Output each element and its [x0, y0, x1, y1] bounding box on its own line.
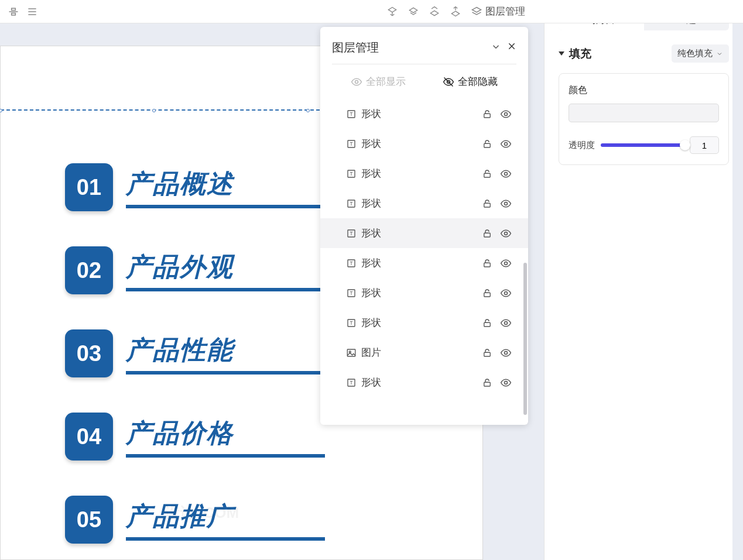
eye-icon[interactable] [500, 347, 512, 359]
lock-icon[interactable] [481, 228, 493, 239]
scrollbar-thumb[interactable] [523, 263, 527, 415]
layer-panel: 图层管理 全部显示 全部隐藏 T形状T形状T形状T形状T形状T形状T形状T形状图… [320, 27, 528, 425]
svg-rect-0 [12, 8, 16, 10]
lock-icon[interactable] [481, 168, 493, 180]
svg-point-15 [355, 80, 358, 83]
toc-item[interactable]: 02 产品外观 [65, 246, 325, 294]
layer-row-actions [481, 287, 512, 299]
lock-icon[interactable] [481, 257, 493, 269]
layer-row[interactable]: T形状 [320, 367, 528, 397]
eye-icon[interactable] [500, 257, 512, 269]
collapse-icon[interactable] [491, 42, 501, 54]
layer-row-left: T形状 [346, 137, 381, 150]
layer-row-left: T形状 [346, 316, 381, 329]
opacity-input[interactable]: 1 [690, 136, 719, 154]
layer-row[interactable]: T形状 [320, 218, 528, 248]
svg-rect-44 [484, 293, 491, 297]
layer-row-actions [481, 228, 512, 239]
toc-title: 产品外观 [126, 250, 325, 284]
layer-label: 形状 [361, 226, 381, 240]
slider-thumb[interactable] [680, 140, 690, 150]
layer-label: 形状 [361, 286, 381, 300]
eye-icon[interactable] [500, 377, 512, 389]
send-backward-icon[interactable] [428, 5, 441, 18]
opacity-slider[interactable] [601, 143, 684, 147]
svg-rect-50 [347, 349, 355, 356]
slide-toc-list: 01 产品概述 02 产品外观 03 产品性能 [65, 163, 325, 544]
layer-row[interactable]: T形状 [320, 159, 528, 188]
toc-item[interactable]: 04 产品价格 [65, 413, 325, 461]
eye-icon[interactable] [500, 138, 512, 150]
layer-label: 形状 [361, 316, 381, 329]
layer-row[interactable]: 图片 [320, 338, 528, 367]
hide-all-label: 全部隐藏 [458, 75, 498, 88]
show-all-button[interactable]: 全部显示 [351, 75, 406, 88]
lock-icon[interactable] [481, 317, 493, 329]
toc-underline [126, 371, 325, 375]
lock-icon[interactable] [481, 198, 493, 209]
toc-underline [126, 537, 325, 541]
svg-rect-36 [484, 233, 491, 237]
lock-icon[interactable] [481, 347, 493, 359]
layer-row[interactable]: T形状 [320, 129, 528, 159]
layer-row-left: 图片 [346, 346, 381, 359]
svg-point-29 [505, 172, 508, 175]
layer-label: 形状 [361, 167, 381, 180]
lock-icon[interactable] [481, 377, 493, 389]
opacity-label: 透明度 [569, 140, 595, 151]
distribute-h-icon[interactable] [26, 5, 39, 18]
toc-underline [126, 205, 325, 208]
svg-text:T: T [350, 291, 352, 296]
layer-label: 形状 [361, 376, 381, 389]
layer-row[interactable]: T形状 [320, 99, 528, 129]
eye-icon[interactable] [500, 168, 512, 180]
selection-handle[interactable] [0, 109, 2, 112]
selection-handle[interactable] [306, 109, 310, 112]
svg-rect-20 [484, 114, 491, 118]
layer-row-actions [481, 377, 512, 389]
toc-title: 产品推广 [126, 499, 325, 534]
hide-all-button[interactable]: 全部隐藏 [443, 75, 498, 88]
selection-guide-line [1, 109, 320, 111]
svg-point-57 [505, 381, 508, 384]
bring-to-front-icon[interactable] [386, 5, 399, 18]
lock-icon[interactable] [481, 287, 493, 299]
toc-number: 04 [65, 413, 113, 461]
layer-management-button[interactable]: 图层管理 [470, 5, 525, 18]
send-to-back-icon[interactable] [449, 5, 462, 18]
layer-row[interactable]: T形状 [320, 278, 528, 308]
toc-item[interactable]: 03 产品性能 [65, 329, 325, 377]
distribute-v-icon[interactable] [7, 5, 20, 18]
layer-row-actions [481, 168, 512, 180]
eye-icon[interactable] [500, 228, 512, 239]
eye-icon[interactable] [500, 287, 512, 299]
fill-type-dropdown[interactable]: 纯色填充 [672, 44, 729, 63]
layer-row-actions [481, 257, 512, 269]
shape-icon: T [346, 377, 357, 388]
lock-icon[interactable] [481, 108, 493, 120]
eye-icon[interactable] [500, 198, 512, 209]
color-swatch[interactable] [569, 104, 719, 122]
svg-marker-11 [451, 11, 459, 16]
layer-row-left: T形状 [346, 376, 381, 389]
layer-row[interactable]: T形状 [320, 248, 528, 278]
shape-icon: T [346, 258, 357, 269]
close-icon[interactable] [507, 42, 516, 54]
layer-row[interactable]: T形状 [320, 188, 528, 218]
layer-row[interactable]: T形状 [320, 308, 528, 338]
selection-handle[interactable] [152, 109, 156, 112]
fill-section-header[interactable]: 填充 纯色填充 [559, 44, 729, 63]
layer-list[interactable]: T形状T形状T形状T形状T形状T形状T形状T形状图片T形状 [320, 99, 528, 425]
eye-icon[interactable] [500, 317, 512, 329]
lock-icon[interactable] [481, 138, 493, 150]
layer-row-left: T形状 [346, 197, 381, 210]
toc-item[interactable]: 05 产品推广 [65, 496, 325, 544]
layer-panel-header: 图层管理 [320, 27, 528, 64]
toc-item[interactable]: 01 产品概述 [65, 163, 325, 211]
layer-label: 图片 [361, 346, 381, 359]
shape-icon: T [346, 228, 357, 239]
layer-row-left: T形状 [346, 286, 381, 300]
svg-text:T: T [350, 261, 352, 266]
bring-forward-icon[interactable] [407, 5, 420, 18]
eye-icon[interactable] [500, 108, 512, 120]
